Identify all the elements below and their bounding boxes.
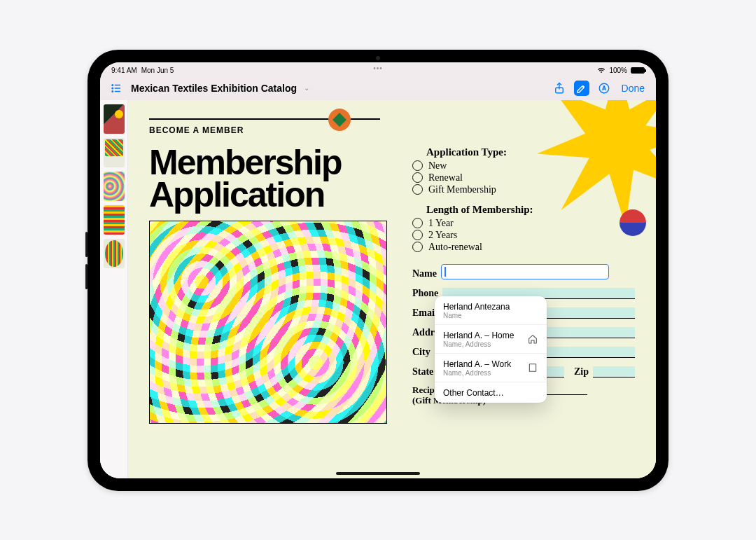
multitask-ellipsis-icon[interactable]: ••• bbox=[373, 64, 383, 72]
page-thumbnail[interactable] bbox=[104, 104, 125, 134]
screen: 9:41 AM Mon Jun 5 ••• 100% Mexican Texti… bbox=[100, 62, 656, 478]
svg-point-4 bbox=[112, 90, 113, 92]
autofill-suggestion[interactable]: Herland A. – WorkName, Address bbox=[435, 354, 547, 382]
artwork-image bbox=[149, 221, 387, 424]
radio-option[interactable]: 2 Years bbox=[412, 230, 635, 241]
thumbnail-sidebar[interactable] bbox=[100, 100, 128, 478]
svg-marker-8 bbox=[537, 100, 656, 226]
share-icon[interactable] bbox=[552, 81, 567, 96]
volume-down-button[interactable] bbox=[85, 264, 88, 289]
wifi-icon bbox=[597, 67, 606, 74]
page-thumbnail[interactable] bbox=[104, 239, 125, 268]
autofill-suggestion[interactable]: Herland AntezanaName bbox=[435, 296, 547, 325]
svg-point-2 bbox=[112, 88, 113, 89]
home-icon bbox=[527, 333, 538, 345]
star-graphic bbox=[537, 100, 656, 226]
volume-up-button[interactable] bbox=[85, 232, 88, 257]
done-button[interactable]: Done bbox=[619, 83, 648, 94]
autofill-icon[interactable] bbox=[596, 81, 612, 96]
page-thumbnail[interactable] bbox=[104, 138, 125, 167]
title-chevron-icon[interactable]: ⌄ bbox=[304, 84, 309, 92]
battery-icon bbox=[631, 67, 645, 74]
status-bar: 9:41 AM Mon Jun 5 ••• 100% bbox=[100, 62, 656, 76]
battery-percent: 100% bbox=[609, 67, 627, 74]
markup-icon[interactable] bbox=[574, 81, 589, 96]
toolbar: Mexican Textiles Exhibition Catalog ⌄ Do… bbox=[100, 76, 656, 100]
svg-point-7 bbox=[599, 83, 609, 93]
autofill-other-contact[interactable]: Other Contact… bbox=[435, 382, 547, 403]
building-icon bbox=[527, 362, 538, 373]
radio-option[interactable]: Auto-renewal bbox=[412, 242, 635, 253]
name-input[interactable] bbox=[441, 264, 609, 279]
sidebar-toggle-icon[interactable] bbox=[108, 81, 124, 96]
status-time: 9:41 AM bbox=[111, 67, 137, 74]
camera-dot bbox=[376, 56, 380, 60]
svg-point-0 bbox=[112, 84, 113, 85]
name-field-row: Name bbox=[412, 264, 635, 279]
document-title[interactable]: Mexican Textiles Exhibition Catalog bbox=[131, 83, 297, 94]
svg-rect-9 bbox=[529, 364, 536, 372]
circle-graphic bbox=[620, 209, 646, 236]
ipad-frame: 9:41 AM Mon Jun 5 ••• 100% Mexican Texti… bbox=[88, 50, 668, 491]
autofill-suggestion[interactable]: Herland A. – HomeName, Address bbox=[435, 325, 547, 354]
document-page[interactable]: BECOME A MEMBER Membership Application A… bbox=[128, 100, 656, 478]
divider-rule bbox=[149, 118, 380, 120]
status-date: Mon Jun 5 bbox=[141, 67, 174, 74]
headline: Membership Application bbox=[149, 146, 387, 211]
home-indicator[interactable] bbox=[336, 472, 420, 475]
autofill-popover: Herland AntezanaName Herland A. – HomeNa… bbox=[435, 296, 547, 403]
ornament-icon bbox=[328, 109, 351, 131]
page-thumbnail[interactable] bbox=[104, 172, 125, 201]
page-thumbnail[interactable] bbox=[104, 205, 125, 235]
